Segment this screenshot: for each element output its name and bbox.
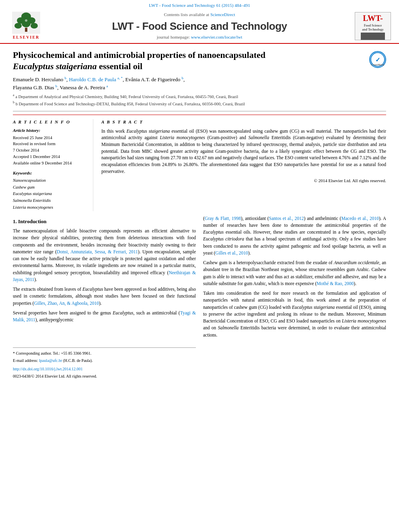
elsevier-logo: ELSEVIER: [8, 12, 44, 40]
elsevier-label: ELSEVIER: [13, 35, 40, 40]
footnote-corresponding: * Corresponding author. Tel.: +55 85 336…: [13, 350, 196, 356]
article-info-heading: A R T I C L E I N F O: [13, 119, 87, 125]
abstract-text: In this work Eucalyptus staigeriana esse…: [101, 128, 386, 175]
journal-homepage: journal homepage: www.elsevier.com/locat…: [44, 34, 355, 40]
crossmark-logo: ✓ CrossMark: [369, 51, 386, 68]
right-column: (Gray & Flatt, 1998), antioxidant (Santo…: [203, 215, 386, 380]
col2-para1: (Gray & Flatt, 1998), antioxidant (Santo…: [203, 215, 386, 257]
abstract-heading: A B S T R A C T: [101, 119, 386, 125]
article-history: Article history: Received 25 June 2014 R…: [13, 127, 87, 166]
abstract: A B S T R A C T In this work Eucalyptus …: [101, 119, 386, 211]
svg-text:✓: ✓: [375, 56, 380, 63]
svg-point-8: [25, 19, 27, 22]
footer-doi[interactable]: http://dx.doi.org/10.1016/j.lwt.2014.12.…: [13, 367, 82, 371]
journal-title-section: Contents lists available at ScienceDirec…: [44, 12, 355, 40]
footnote-email: E-mail address: lpaula@ufc.br (H.C.B. de…: [13, 357, 196, 364]
intro-heading: 1. Introduction: [13, 218, 196, 226]
journal-main-title: LWT - Food Science and Technology: [44, 19, 355, 33]
journal-citation: LWT - Food Science and Technology 61 (20…: [149, 3, 250, 8]
authors: Emanuele D. Herculano b, Haroldo C.B. de…: [13, 76, 386, 92]
intro-para2: The extracts obtained from leaves of Euc…: [13, 286, 196, 307]
intro-para3: Several properties have been assigned to…: [13, 310, 196, 324]
affiliations: a a Department of Analytical and Physica…: [13, 93, 386, 107]
svg-rect-7: [25, 28, 27, 32]
contents-available: Contents lists available at ScienceDirec…: [44, 12, 355, 18]
svg-point-4: [14, 23, 22, 29]
svg-text:CrossMark: CrossMark: [371, 63, 385, 66]
svg-point-6: [31, 23, 38, 29]
intro-para1: The nanoencapsulation of labile bioactiv…: [13, 228, 196, 283]
left-column: 1. Introduction The nanoencapsulation of…: [13, 215, 196, 380]
keywords: Keywords: Nanoencapsulation Cashew gum E…: [13, 170, 87, 211]
footer-issn: 0023-6438/© 2014 Elsevier Ltd. All right…: [13, 373, 196, 379]
col2-para2: Cashew gum is a heteropolysaccharide ext…: [203, 259, 386, 287]
col2-para3: Taken into consideration the need for mo…: [203, 290, 386, 339]
article-title: Physicochemical and antimicrobial proper…: [13, 49, 369, 72]
copyright: © 2014 Elsevier Ltd. All rights reserved…: [101, 178, 386, 184]
article-info: A R T I C L E I N F O Article history: R…: [13, 119, 93, 211]
lwt-logo: LWT- Food Scienceand Technology: [355, 12, 391, 40]
